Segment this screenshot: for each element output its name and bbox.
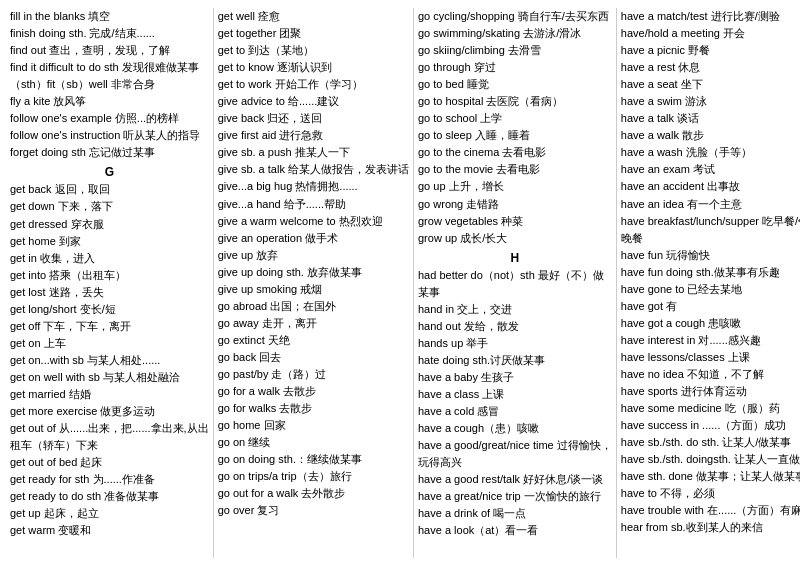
list-item: go to bed 睡觉 xyxy=(418,76,612,93)
list-item: get dressed 穿衣服 xyxy=(10,216,209,233)
list-item: have a match/test 进行比赛/测验 xyxy=(621,8,800,25)
column-3: go cycling/shopping 骑自行车/去买东西go swimming… xyxy=(414,8,617,558)
list-item: have no idea 不知道，不了解 xyxy=(621,366,800,383)
list-item: go up 上升，增长 xyxy=(418,178,612,195)
list-item: get up 起床，起立 xyxy=(10,505,209,522)
list-item: finish doing sth. 完成/结束...... xyxy=(10,25,209,42)
list-item: go on 继续 xyxy=(218,434,409,451)
list-item: have a talk 谈话 xyxy=(621,110,800,127)
list-item: have an exam 考试 xyxy=(621,161,800,178)
list-item: go wrong 走错路 xyxy=(418,196,612,213)
list-item: get lost 迷路，丢失 xyxy=(10,284,209,301)
list-item: go extinct 天绝 xyxy=(218,332,409,349)
list-item: get on...with sb 与某人相处...... xyxy=(10,352,209,369)
list-item: follow one's instruction 听从某人的指导 xyxy=(10,127,209,144)
list-item: grow vegetables 种菜 xyxy=(418,213,612,230)
list-item: give back 归还，送回 xyxy=(218,110,409,127)
list-item: give a warm welcome to 热烈欢迎 xyxy=(218,213,409,230)
column-4: have a match/test 进行比赛/测验have/hold a mee… xyxy=(617,8,800,558)
list-item: 玩得高兴 xyxy=(418,454,612,471)
list-item: go back 回去 xyxy=(218,349,409,366)
list-item: have lessons/classes 上课 xyxy=(621,349,800,366)
list-item: have a swim 游泳 xyxy=(621,93,800,110)
list-item: get more exercise 做更多运动 xyxy=(10,403,209,420)
list-item: （sth）fit（sb）well 非常合身 xyxy=(10,76,209,93)
list-item: get home 到家 xyxy=(10,233,209,250)
list-item: get on 上车 xyxy=(10,335,209,352)
list-item: have a cold 感冒 xyxy=(418,403,612,420)
list-item: have a great/nice trip 一次愉快的旅行 xyxy=(418,488,612,505)
list-item: have fun 玩得愉快 xyxy=(621,247,800,264)
list-item: have a look（at）看一看 xyxy=(418,522,612,539)
list-item: 晚餐 xyxy=(621,230,800,247)
list-item: fill in the blanks 填空 xyxy=(10,8,209,25)
list-item: give...a hand 给予......帮助 xyxy=(218,196,409,213)
list-item: have a walk 散步 xyxy=(621,127,800,144)
list-item: H xyxy=(418,251,612,265)
list-item: go on trips/a trip（去）旅行 xyxy=(218,468,409,485)
list-item: 某事 xyxy=(418,284,612,301)
list-item: have fun doing sth.做某事有乐趣 xyxy=(621,264,800,281)
column-1: fill in the blanks 填空finish doing sth. 完… xyxy=(6,8,214,558)
list-item: have an accident 出事故 xyxy=(621,178,800,195)
list-item: get back 返回，取回 xyxy=(10,181,209,198)
list-item: grow up 成长/长大 xyxy=(418,230,612,247)
list-item: have got a cough 患咳嗽 xyxy=(621,315,800,332)
list-item: find out 查出，查明，发现，了解 xyxy=(10,42,209,59)
list-item: give first aid 进行急救 xyxy=(218,127,409,144)
list-item: have a good rest/talk 好好休息/谈一谈 xyxy=(418,471,612,488)
list-item: get to work 开始工作（学习） xyxy=(218,76,409,93)
list-item: have sb./sth. doingsth. 让某人一直做某事 xyxy=(621,451,800,468)
list-item: have a good/great/nice time 过得愉快， xyxy=(418,437,612,454)
list-item: have some medicine 吃（服）药 xyxy=(621,400,800,417)
list-item: go abroad 出国；在国外 xyxy=(218,298,409,315)
list-item: give sb. a talk 给某人做报告，发表讲话 xyxy=(218,161,409,178)
list-item: 租车（轿车）下来 xyxy=(10,437,209,454)
list-item: have a seat 坐下 xyxy=(621,76,800,93)
list-item: have/hold a meeting 开会 xyxy=(621,25,800,42)
list-item: get off 下车，下车，离开 xyxy=(10,318,209,335)
list-item: hands up 举手 xyxy=(418,335,612,352)
list-item: get out of bed 起床 xyxy=(10,454,209,471)
list-item: go cycling/shopping 骑自行车/去买东西 xyxy=(418,8,612,25)
list-item: go through 穿过 xyxy=(418,59,612,76)
list-item: get well 痊愈 xyxy=(218,8,409,25)
list-item: get to 到达（某地） xyxy=(218,42,409,59)
list-item: go to the cinema 去看电影 xyxy=(418,144,612,161)
list-item: have a cough（患）咳嗽 xyxy=(418,420,612,437)
list-item: go for walks 去散步 xyxy=(218,400,409,417)
list-item: go to hospital 去医院（看病） xyxy=(418,93,612,110)
list-item: have trouble with 在......（方面）有麻烦 xyxy=(621,502,800,519)
column-2: get well 痊愈get together 团聚get to 到达（某地）g… xyxy=(214,8,414,558)
list-item: get in 收集，进入 xyxy=(10,250,209,267)
list-item: hate doing sth.讨厌做某事 xyxy=(418,352,612,369)
main-page: fill in the blanks 填空finish doing sth. 完… xyxy=(0,0,800,566)
list-item: go to the movie 去看电影 xyxy=(418,161,612,178)
list-item: go past/by 走（路）过 xyxy=(218,366,409,383)
list-item: go swimming/skating 去游泳/滑冰 xyxy=(418,25,612,42)
list-item: get ready to do sth 准备做某事 xyxy=(10,488,209,505)
list-item: go for a walk 去散步 xyxy=(218,383,409,400)
list-item: go skiing/climbing 去滑雪 xyxy=(418,42,612,59)
list-item: have sth. done 做某事；让某人做某事 xyxy=(621,468,800,485)
list-item: hand out 发给，散发 xyxy=(418,318,612,335)
list-item: get ready for sth 为......作准备 xyxy=(10,471,209,488)
list-item: get down 下来，落下 xyxy=(10,198,209,215)
list-item: have a baby 生孩子 xyxy=(418,369,612,386)
list-item: give an operation 做手术 xyxy=(218,230,409,247)
list-item: go to sleep 入睡，睡着 xyxy=(418,127,612,144)
list-item: go out for a walk 去外散步 xyxy=(218,485,409,502)
list-item: get long/short 变长/短 xyxy=(10,301,209,318)
list-item: fly a kite 放风筝 xyxy=(10,93,209,110)
list-item: have sports 进行体育运动 xyxy=(621,383,800,400)
list-item: have got 有 xyxy=(621,298,800,315)
list-item: go away 走开，离开 xyxy=(218,315,409,332)
list-item: forget doing sth 忘记做过某事 xyxy=(10,144,209,161)
list-item: have success in ......（方面）成功 xyxy=(621,417,800,434)
list-item: give up smoking 戒烟 xyxy=(218,281,409,298)
list-item: get married 结婚 xyxy=(10,386,209,403)
list-item: follow one's example 仿照...的榜样 xyxy=(10,110,209,127)
list-item: hear from sb.收到某人的来信 xyxy=(621,519,800,536)
list-item: go home 回家 xyxy=(218,417,409,434)
list-item: have a class 上课 xyxy=(418,386,612,403)
